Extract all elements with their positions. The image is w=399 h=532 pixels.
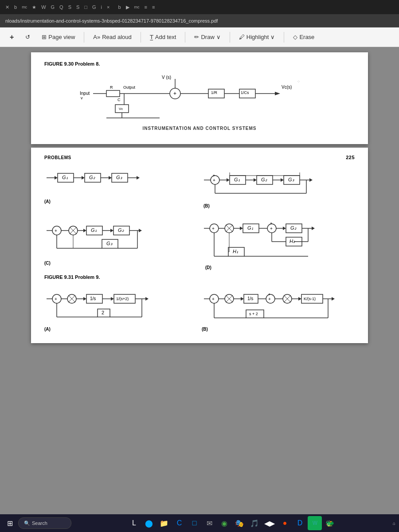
plus-b: + bbox=[213, 173, 215, 178]
page-view-button[interactable]: ⊞ Page view bbox=[37, 31, 79, 43]
diagram-c-label: (C) bbox=[44, 261, 197, 266]
taskbar-app-dot[interactable]: ● bbox=[278, 516, 292, 530]
svg-marker-15 bbox=[275, 92, 280, 95]
tf-a-svg: + 1/s 1/(s+2) bbox=[44, 283, 186, 323]
sum-c: + bbox=[55, 228, 57, 233]
page-header: PROBLEMS 225 bbox=[44, 155, 355, 160]
tf-diagram-b-label: (B) bbox=[202, 327, 355, 332]
g1-label-c: G₁ bbox=[91, 227, 97, 233]
taskbar-app-mail[interactable]: ✉ bbox=[202, 516, 216, 530]
add-text-label: Add text bbox=[155, 34, 176, 40]
r-label: R bbox=[110, 85, 113, 90]
menu-icon-2[interactable]: ≡ bbox=[150, 4, 156, 11]
taskbar-app-chrome[interactable]: ◉ bbox=[217, 516, 231, 530]
taskbar-app-media2[interactable]: ◀▶ bbox=[262, 516, 277, 530]
divider-5 bbox=[284, 32, 284, 43]
1r-label: 1/R bbox=[211, 90, 218, 95]
taskbar-app-dragon[interactable]: 🐲 bbox=[323, 516, 337, 530]
page-view-label: Page view bbox=[48, 34, 75, 40]
tab-close-x[interactable]: × bbox=[105, 4, 111, 11]
diagram-d-label: (D) bbox=[202, 265, 355, 270]
taskbar-app-edge[interactable]: C bbox=[172, 516, 186, 530]
svg-marker-36 bbox=[281, 178, 284, 182]
output-label: Output bbox=[123, 85, 136, 90]
search-label: Search bbox=[32, 520, 47, 526]
input-v: v bbox=[81, 96, 83, 100]
taskbar-app-d[interactable]: D bbox=[293, 516, 307, 530]
g1-label-a: G₁ bbox=[62, 175, 68, 180]
tab-icon-star[interactable]: ★ bbox=[30, 4, 38, 11]
search-icon: 🔍 bbox=[24, 520, 30, 526]
1s2-label-a: 1/(s+2) bbox=[116, 297, 129, 301]
diagrams-grid-bottom: + G₁ G₂ bbox=[44, 213, 355, 270]
svg-marker-119 bbox=[241, 297, 244, 301]
g1-label-d: G₁ bbox=[247, 225, 253, 231]
start-button[interactable]: ⊞ bbox=[4, 517, 16, 529]
1cs-label: 1/Cs bbox=[241, 90, 249, 95]
circuit-svg-930: Input v R C Vc Output bbox=[71, 69, 328, 122]
problems-heading: PROBLEMS bbox=[44, 155, 71, 160]
diagram-b-svg: + + G₁ G₂ G₃ bbox=[202, 164, 344, 200]
close-icon[interactable]: ✕ bbox=[4, 4, 11, 11]
g3-label-c: G₃ bbox=[106, 241, 113, 246]
taskbar-app-camera[interactable]: ⬤ bbox=[142, 516, 156, 530]
g3-label-b: G₃ bbox=[288, 177, 294, 182]
svg-marker-56 bbox=[110, 229, 113, 232]
tab-icon-mc2: mc bbox=[133, 4, 141, 10]
taskbar-search-box[interactable]: 🔍 Search bbox=[18, 517, 71, 529]
svg-marker-23 bbox=[109, 176, 112, 180]
svg-marker-30 bbox=[227, 178, 230, 182]
sum-d: + bbox=[212, 226, 215, 231]
draw-icon: ✏ bbox=[194, 34, 199, 40]
diagram-d-svg: + G₁ + + bbox=[202, 213, 344, 262]
svg-marker-53 bbox=[83, 229, 86, 232]
g2-label-a: G₂ bbox=[89, 175, 95, 180]
back-button[interactable]: ↺ bbox=[21, 31, 35, 43]
sum-tf-b: + bbox=[212, 297, 215, 301]
plus-d2: + bbox=[270, 221, 272, 226]
g1-label-b: G₁ bbox=[234, 177, 240, 182]
draw-chevron[interactable]: ∨ bbox=[216, 34, 221, 40]
circuit-diagram-930: Input v R C Vc Output bbox=[44, 69, 355, 122]
taskbar-app-media[interactable]: 🎭 bbox=[232, 516, 246, 530]
tab-icon-i: i bbox=[99, 4, 104, 11]
draw-button[interactable]: ✏ Draw ∨ bbox=[190, 31, 225, 43]
pdf-page-2: PROBLEMS 225 G₁ G₂ bbox=[31, 148, 368, 343]
svg-marker-128 bbox=[298, 297, 301, 301]
draw-label: Draw bbox=[201, 34, 214, 40]
svg-marker-81 bbox=[312, 227, 315, 230]
tab-icon-b2: b bbox=[116, 4, 122, 11]
ks1-label-b: K/(s-1) bbox=[304, 297, 316, 301]
page-number: 225 bbox=[346, 155, 355, 160]
address-bar[interactable]: nloads/instrumentation-and-control-syste… bbox=[0, 14, 399, 27]
read-aloud-button[interactable]: A» Read aloud bbox=[89, 31, 136, 43]
taskbar-app-store[interactable]: □ bbox=[187, 516, 201, 530]
svg-marker-78 bbox=[283, 227, 286, 230]
taskbar-app-word[interactable]: W bbox=[308, 516, 322, 530]
g2-label-c: G₂ bbox=[118, 227, 124, 233]
input-label: Input bbox=[80, 91, 90, 96]
h2-label-d: H₂ bbox=[289, 239, 295, 244]
taskbar-app-folder[interactable]: 📁 bbox=[157, 516, 171, 530]
taskbar-app-files[interactable]: L bbox=[127, 516, 141, 530]
divider-2 bbox=[141, 32, 141, 43]
pdf-toolbar: + ↺ ⊞ Page view A» Read aloud T̲ Add tex… bbox=[0, 27, 399, 47]
tab-icon-s2: S bbox=[74, 4, 81, 11]
svg-marker-26 bbox=[137, 176, 140, 180]
svg-marker-73 bbox=[240, 227, 243, 230]
erase-button[interactable]: ◇ Erase bbox=[289, 31, 319, 43]
g2-label-b: G₂ bbox=[261, 177, 267, 182]
add-text-button[interactable]: T̲ Add text bbox=[145, 31, 181, 43]
highlight-button[interactable]: 🖊 Highlight ∨ bbox=[235, 31, 280, 43]
plus-button[interactable]: + bbox=[5, 31, 18, 43]
1s-label-b: 1/s bbox=[247, 296, 253, 301]
vs-label: V (s) bbox=[162, 75, 171, 80]
figure-930-label: FIGURE 9.30 Problem 8. bbox=[44, 61, 355, 66]
menu-icon-1[interactable]: ≡ bbox=[143, 4, 149, 11]
figure-931-label: FIGURE 9.31 Problem 9. bbox=[44, 274, 355, 280]
erase-label: Erase bbox=[299, 34, 314, 40]
highlight-chevron[interactable]: ∨ bbox=[270, 34, 275, 40]
erase-icon: ◇ bbox=[293, 34, 297, 40]
taskbar-app-music[interactable]: 🎵 bbox=[247, 516, 262, 530]
diagrams-grid-tf: + 1/s 1/(s+2) bbox=[44, 283, 355, 332]
